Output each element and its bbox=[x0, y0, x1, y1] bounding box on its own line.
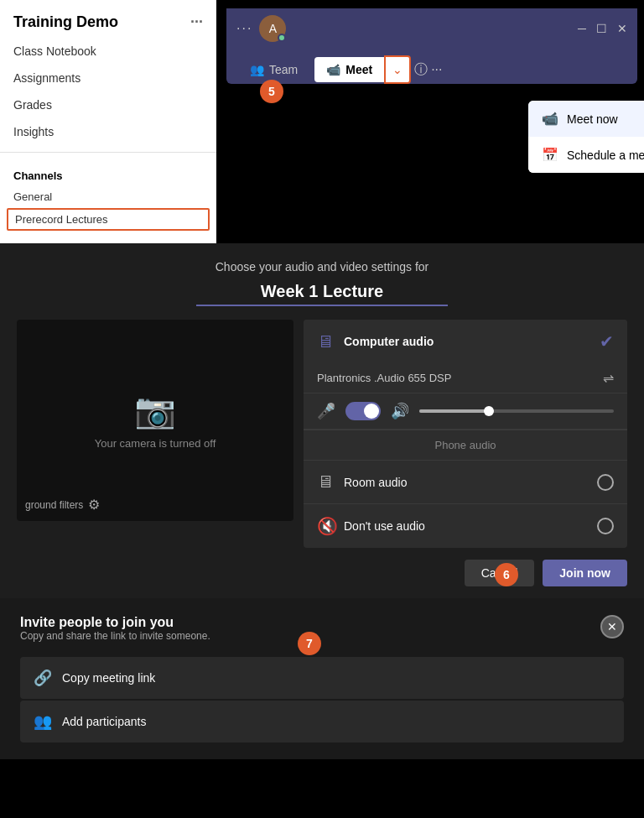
add-participants-label: Add participants bbox=[62, 715, 146, 728]
sidebar-item-assignments[interactable]: Assignments bbox=[0, 65, 216, 91]
volume-knob bbox=[484, 406, 494, 416]
titlebar-right: ─ ☐ ✕ bbox=[578, 22, 627, 35]
toggle-knob bbox=[364, 404, 379, 419]
tab-team-label: Team bbox=[269, 63, 298, 76]
toolbar-more-icon[interactable]: ··· bbox=[431, 62, 442, 77]
sidebar-item-grades[interactable]: Grades bbox=[0, 91, 216, 118]
meet-icon: 📹 bbox=[326, 63, 340, 76]
mic-toggle[interactable] bbox=[345, 402, 381, 420]
bg-filters-label: ground filters bbox=[25, 499, 83, 511]
meet-now-option[interactable]: 📹 Meet now bbox=[528, 101, 644, 137]
invite-section: Invite people to join you Copy and share… bbox=[0, 598, 644, 759]
action-buttons: Cancel Join now bbox=[0, 548, 644, 598]
teams-titlebar: ··· A ─ ☐ ✕ bbox=[226, 8, 637, 49]
teams-window: ··· A ─ ☐ ✕ 👥 Team 📹 Meet bbox=[226, 8, 637, 84]
meet-label: Meet bbox=[345, 63, 372, 76]
team-icon: 👥 bbox=[250, 63, 264, 76]
sidebar-divider bbox=[0, 152, 216, 153]
invite-subtitle: Copy and share the link to invite someon… bbox=[20, 630, 210, 642]
callout-6-bubble: 6 bbox=[495, 563, 518, 586]
titlebar-left: ··· A bbox=[236, 15, 286, 42]
online-indicator bbox=[278, 34, 286, 42]
middle-section: Choose your audio and video settings for… bbox=[0, 243, 644, 598]
channel-prerecord-lectures[interactable]: Prerecord Lectures bbox=[7, 208, 210, 231]
callout-7-bubble: 7 bbox=[298, 632, 321, 655]
check-icon: ✔ bbox=[600, 331, 614, 352]
minimize-icon[interactable]: ─ bbox=[578, 22, 586, 35]
computer-icon: 🖥 bbox=[317, 332, 344, 352]
computer-audio-header: 🖥 Computer audio ✔ bbox=[304, 320, 627, 363]
camera-off-text: Your camera is turned off bbox=[95, 437, 216, 450]
controls-row: 🎤 🔊 bbox=[304, 393, 627, 430]
sidebar: Training Demo ··· Class Notebook Assignm… bbox=[0, 0, 216, 243]
copy-link-label: Copy meeting link bbox=[62, 671, 155, 685]
calendar-icon: 📅 bbox=[542, 147, 558, 163]
computer-audio-label: Computer audio bbox=[344, 335, 600, 348]
meet-button-group: 📹 Meet ⌄ bbox=[314, 55, 411, 84]
settings-header: Choose your audio and video settings for bbox=[0, 260, 644, 306]
sidebar-title: Training Demo ··· bbox=[0, 13, 216, 38]
channels-label: Channels bbox=[0, 159, 216, 185]
volume-fill bbox=[419, 409, 487, 413]
settings-body: 📷 Your camera is turned off ground filte… bbox=[0, 320, 644, 548]
device-row: Plantronics .Audio 655 DSP ⇌ bbox=[304, 363, 627, 393]
audio-panel: 🖥 Computer audio ✔ Plantronics .Audio 65… bbox=[304, 320, 627, 548]
channel-general[interactable]: General bbox=[0, 185, 216, 208]
background-filters: ground filters ⚙ bbox=[25, 497, 100, 513]
room-radio bbox=[597, 474, 614, 491]
meeting-name-input[interactable] bbox=[196, 279, 448, 306]
no-audio-label: Don't use audio bbox=[344, 519, 597, 533]
meet-dropdown: 📹 Meet now 📅 Schedule a meeting bbox=[528, 101, 644, 173]
schedule-label: Schedule a meeting bbox=[567, 148, 644, 162]
speaker-icon[interactable]: 🔊 bbox=[391, 402, 409, 420]
room-audio-label: Room audio bbox=[344, 476, 597, 489]
callout-7: 7 bbox=[298, 632, 321, 655]
info-icon[interactable]: ⓘ bbox=[414, 61, 428, 79]
camera-off-icon: 📷 bbox=[134, 391, 176, 430]
no-audio-radio bbox=[597, 518, 614, 534]
computer-audio-option[interactable]: 🖥 Computer audio ✔ Plantronics .Audio 65… bbox=[304, 320, 627, 430]
microphone-icon[interactable]: 🎤 bbox=[317, 402, 335, 420]
room-icon: 🖥 bbox=[317, 472, 344, 492]
invite-title-group: Invite people to join you Copy and share… bbox=[20, 615, 210, 654]
teams-toolbar: 👥 Team 📹 Meet ⌄ ⓘ ··· bbox=[226, 49, 637, 84]
room-audio-option[interactable]: 🖥 Room audio bbox=[304, 461, 627, 504]
invite-title: Invite people to join you bbox=[20, 615, 210, 630]
app-title: Training Demo bbox=[13, 13, 118, 31]
device-name: Plantronics .Audio 655 DSP bbox=[317, 372, 603, 384]
volume-slider-container bbox=[419, 409, 614, 413]
meet-now-label: Meet now bbox=[567, 112, 618, 126]
sidebar-more-icon[interactable]: ··· bbox=[190, 13, 203, 31]
no-audio-option[interactable]: 🔇 Don't use audio bbox=[304, 504, 627, 548]
close-invite-button[interactable]: ✕ bbox=[600, 615, 624, 638]
phone-audio-label: Phone audio bbox=[434, 439, 496, 451]
meet-chevron-icon[interactable]: ⌄ bbox=[384, 55, 411, 84]
video-icon: 📹 bbox=[542, 111, 558, 127]
avatar: A bbox=[259, 15, 286, 42]
schedule-meeting-option[interactable]: 📅 Schedule a meeting bbox=[528, 137, 644, 173]
top-section: Training Demo ··· Class Notebook Assignm… bbox=[0, 0, 644, 243]
camera-preview: 📷 Your camera is turned off ground filte… bbox=[17, 320, 293, 521]
invite-header: Invite people to join you Copy and share… bbox=[20, 615, 624, 654]
callout-5: 5 bbox=[260, 80, 283, 103]
teams-dots: ··· bbox=[236, 21, 252, 36]
callout-5-bubble: 5 bbox=[260, 80, 283, 103]
sidebar-item-notebook[interactable]: Class Notebook bbox=[0, 38, 216, 65]
device-settings-icon[interactable]: ⇌ bbox=[603, 370, 614, 386]
maximize-icon[interactable]: ☐ bbox=[596, 22, 607, 35]
invite-actions: 🔗 Copy meeting link 👥 Add participants bbox=[20, 657, 624, 742]
volume-slider[interactable] bbox=[419, 409, 614, 413]
join-now-button[interactable]: Join now bbox=[543, 560, 627, 586]
copy-link-button[interactable]: 🔗 Copy meeting link bbox=[20, 657, 624, 699]
gear-icon[interactable]: ⚙ bbox=[88, 497, 100, 513]
meet-button[interactable]: 📹 Meet bbox=[314, 57, 384, 82]
link-icon: 🔗 bbox=[34, 669, 52, 687]
phone-audio-option[interactable]: Phone audio bbox=[304, 430, 627, 461]
participants-icon: 👥 bbox=[34, 712, 52, 731]
no-audio-icon: 🔇 bbox=[317, 516, 344, 536]
settings-subtitle: Choose your audio and video settings for bbox=[0, 260, 644, 274]
sidebar-item-insights[interactable]: Insights bbox=[0, 118, 216, 145]
callout-6: 6 bbox=[495, 563, 518, 586]
close-icon[interactable]: ✕ bbox=[617, 22, 627, 35]
add-participants-button[interactable]: 👥 Add participants bbox=[20, 701, 624, 742]
